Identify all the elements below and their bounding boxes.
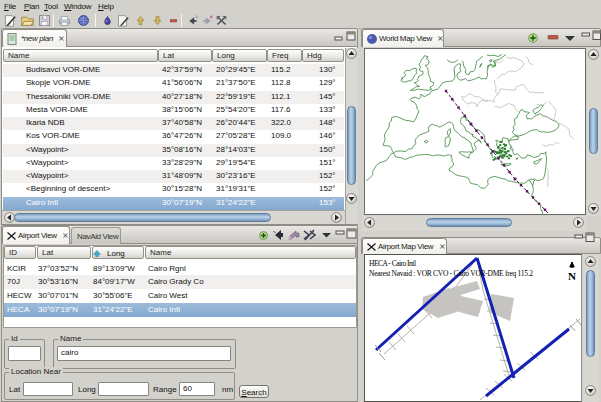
svg-text:Nearest Navaid : VOR CVO - Cai: Nearest Navaid : VOR CVO - Cairo VOR-DME…	[369, 269, 533, 278]
svg-text:HECA - Cairo Intl: HECA - Cairo Intl	[369, 259, 416, 268]
svg-text:N: N	[568, 270, 576, 282]
